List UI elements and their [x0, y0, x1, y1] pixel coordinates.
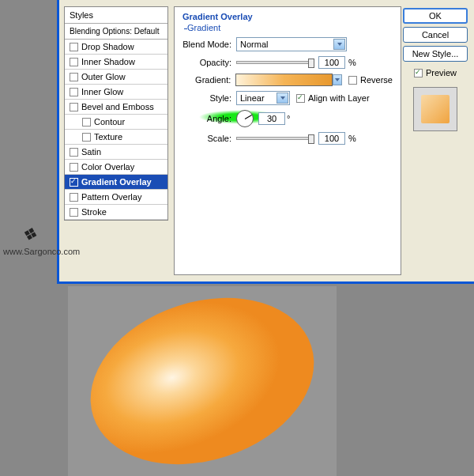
reverse-checkbox[interactable] — [348, 76, 357, 85]
opacity-input[interactable] — [318, 56, 345, 69]
preview-gradient — [421, 95, 450, 123]
style-satin[interactable]: Satin — [65, 145, 167, 160]
align-label: Align with Layer — [308, 93, 370, 103]
gradient-picker[interactable] — [235, 74, 333, 86]
style-bevel-emboss[interactable]: Bevel and Emboss — [65, 100, 167, 115]
style-inner-shadow[interactable]: Inner Shadow — [65, 55, 167, 70]
style-gradient-overlay[interactable]: Gradient Overlay — [65, 175, 167, 190]
ok-button[interactable]: OK — [403, 8, 468, 24]
style-drop-shadow[interactable]: Drop Shadow — [65, 40, 167, 55]
scale-unit: % — [348, 134, 356, 143]
checkbox-icon[interactable] — [70, 43, 78, 51]
style-contour[interactable]: Contour — [65, 115, 167, 130]
checkbox-icon[interactable] — [70, 58, 78, 66]
style-select[interactable]: Linear — [236, 91, 290, 105]
style-stroke[interactable]: Stroke — [65, 205, 167, 220]
styles-header: Styles — [65, 7, 167, 24]
preview-swatch — [413, 87, 457, 131]
opacity-label: Opacity: — [182, 58, 231, 67]
preview-checkbox[interactable] — [414, 69, 423, 77]
layer-style-dialog: Styles Blending Options: Default Drop Sh… — [57, 0, 474, 284]
checkbox-icon[interactable] — [70, 103, 78, 111]
checkbox-icon[interactable] — [70, 163, 78, 172]
checkbox-icon[interactable] — [82, 133, 91, 142]
checkbox-icon[interactable] — [70, 208, 78, 217]
scale-input[interactable] — [318, 132, 345, 145]
blending-options-header[interactable]: Blending Options: Default — [65, 24, 167, 40]
style-color-overlay[interactable]: Color Overlay — [65, 160, 167, 175]
result-preview — [68, 286, 337, 476]
style-outer-glow[interactable]: Outer Glow — [65, 70, 167, 85]
style-texture[interactable]: Texture — [65, 130, 167, 145]
style-label: Style: — [182, 93, 231, 103]
checkbox-icon[interactable] — [70, 178, 78, 187]
checkbox-icon[interactable] — [70, 193, 78, 202]
angle-dial[interactable] — [236, 110, 254, 127]
dialog-button-column: OK Cancel New Style... Preview — [403, 8, 468, 131]
opacity-slider[interactable] — [236, 61, 314, 64]
align-checkbox[interactable] — [296, 94, 305, 103]
scale-label: Scale: — [182, 134, 231, 143]
chevron-down-icon[interactable] — [333, 74, 342, 85]
logo-icon: ❖ — [20, 223, 40, 247]
new-style-button[interactable]: New Style... — [403, 46, 468, 62]
preview-label: Preview — [426, 68, 457, 77]
slider-thumb[interactable] — [308, 59, 314, 68]
settings-subtitle: Gradient — [187, 23, 393, 32]
cancel-button[interactable]: Cancel — [403, 27, 468, 43]
chevron-down-icon[interactable] — [333, 39, 345, 50]
settings-title: Gradient Overlay — [182, 12, 393, 21]
checkbox-icon[interactable] — [70, 88, 78, 96]
styles-list: Styles Blending Options: Default Drop Sh… — [64, 6, 168, 221]
checkbox-icon[interactable] — [70, 148, 78, 157]
checkbox-icon[interactable] — [70, 73, 78, 81]
angle-input[interactable] — [258, 112, 285, 125]
checkbox-icon[interactable] — [82, 118, 91, 127]
blend-mode-select[interactable]: Normal — [236, 37, 347, 51]
gradient-ellipse — [69, 270, 336, 476]
gradient-overlay-settings: Gradient Overlay Gradient Blend Mode: No… — [174, 6, 401, 275]
angle-label: Angle: — [182, 114, 231, 123]
style-inner-glow[interactable]: Inner Glow — [65, 85, 167, 100]
style-pattern-overlay[interactable]: Pattern Overlay — [65, 190, 167, 205]
reverse-label: Reverse — [360, 75, 393, 85]
opacity-unit: % — [348, 58, 356, 67]
blend-mode-label: Blend Mode: — [182, 40, 231, 49]
angle-unit: ° — [287, 114, 290, 123]
gradient-label: Gradient: — [182, 75, 231, 85]
watermark: ❖ www.Sargonco.com — [3, 225, 57, 256]
scale-slider[interactable] — [236, 137, 314, 140]
chevron-down-icon[interactable] — [276, 93, 288, 104]
slider-thumb[interactable] — [308, 134, 314, 144]
